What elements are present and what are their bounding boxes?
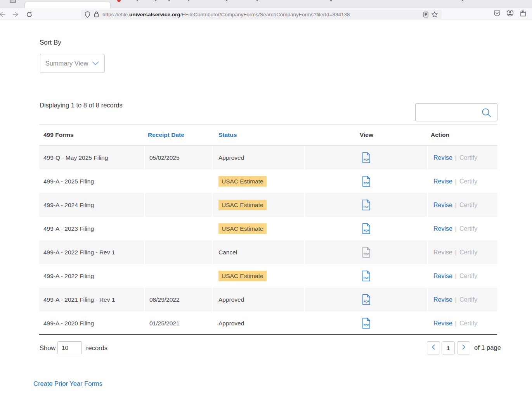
- table-search: [415, 103, 497, 121]
- certify-link[interactable]: Certify: [459, 320, 477, 327]
- status-cell: Approved: [213, 146, 305, 169]
- action-cell: Revise | Certify: [428, 264, 497, 288]
- status-value: Approved: [218, 296, 244, 304]
- certify-link[interactable]: Certify: [459, 296, 477, 303]
- pdf-icon[interactable]: PDF: [362, 318, 371, 329]
- search-icon[interactable]: [481, 107, 492, 119]
- forward-icon[interactable]: [11, 9, 21, 19]
- shield-icon[interactable]: [85, 11, 90, 18]
- svg-text:PDF: PDF: [364, 300, 369, 303]
- view-cell: PDF: [305, 240, 428, 264]
- chevron-down-icon: [92, 60, 99, 67]
- reload-icon[interactable]: [24, 9, 34, 19]
- action-separator: |: [455, 202, 457, 209]
- table-header-row: 499 Forms Receipt Date Status View Actio…: [39, 124, 497, 146]
- bookmark-star-icon[interactable]: [431, 11, 438, 17]
- pocket-icon[interactable]: [494, 10, 501, 18]
- status-cell: USAC Estimate: [213, 193, 305, 217]
- revise-link[interactable]: Revise: [433, 225, 452, 232]
- svg-text:PDF: PDF: [364, 206, 369, 208]
- column-header-status[interactable]: Status: [213, 124, 305, 145]
- form-name: 499-A - 2023 Filing: [39, 217, 145, 240]
- action-cell: Revise | Certify: [428, 240, 497, 264]
- receipt-date: [145, 264, 213, 288]
- table-bottom-border: [39, 334, 497, 335]
- sort-view-dropdown[interactable]: Summary View: [40, 54, 105, 73]
- action-separator: |: [455, 296, 457, 303]
- revise-link[interactable]: Revise: [433, 320, 452, 327]
- status-value: Approved: [218, 320, 244, 327]
- action-separator: |: [455, 154, 457, 161]
- forms-table: 499 Forms Receipt Date Status View Actio…: [39, 124, 497, 335]
- status-value: Approved: [218, 154, 244, 162]
- column-header-receipt-date[interactable]: Receipt Date: [145, 124, 213, 145]
- url-bar[interactable]: https://efile.universalservice.org/EFile…: [81, 10, 442, 19]
- next-page-button[interactable]: [457, 341, 470, 354]
- action-cell: Revise | Certify: [428, 311, 497, 335]
- page-content: Sort By Summary View Displaying 1 to 8 o…: [0, 20, 532, 401]
- create-prior-year-forms-link[interactable]: Create Prior Year Forms: [33, 380, 102, 387]
- certify-link[interactable]: Certify: [459, 202, 477, 209]
- tab-title-fragment: [462, 0, 463, 1]
- receipt-date: [145, 240, 213, 264]
- revise-link[interactable]: Revise: [433, 154, 452, 161]
- page-size-input[interactable]: [57, 341, 82, 354]
- revise-link[interactable]: Revise: [433, 296, 452, 303]
- revise-link[interactable]: Revise: [433, 202, 452, 209]
- chevron-left-icon: [431, 344, 436, 352]
- window-control-icon[interactable]: [10, 0, 16, 3]
- view-cell: PDF: [305, 311, 428, 335]
- receipt-date: 08/29/2022: [145, 288, 213, 311]
- tab-title-fragment: [137, 0, 138, 1]
- revise-link[interactable]: Revise: [433, 273, 452, 280]
- pdf-icon[interactable]: PDF: [362, 270, 371, 282]
- extensions-puzzle-icon[interactable]: [520, 10, 527, 18]
- tab-title-fragment: [256, 0, 258, 1]
- certify-link[interactable]: Certify: [459, 178, 477, 185]
- certify-link[interactable]: Certify: [459, 273, 477, 280]
- pdf-icon[interactable]: PDF: [362, 247, 371, 258]
- receipt-date: 05/02/2025: [145, 146, 213, 169]
- browser-window: https://efile.universalservice.org/EFile…: [0, 0, 532, 401]
- table-row: 499-Q - May 2025 Filing 05/02/2025 Appro…: [39, 146, 497, 169]
- pdf-icon[interactable]: PDF: [362, 294, 371, 305]
- previous-page-button[interactable]: [427, 341, 440, 354]
- certify-link[interactable]: Certify: [459, 225, 477, 232]
- svg-text:PDF: PDF: [364, 277, 369, 279]
- account-icon[interactable]: [506, 9, 514, 18]
- pdf-icon[interactable]: PDF: [362, 223, 371, 234]
- status-cell: USAC Estimate: [213, 217, 305, 240]
- tab-title-fragment: [155, 0, 156, 1]
- back-icon[interactable]: [0, 9, 7, 19]
- certify-link[interactable]: Certify: [459, 249, 477, 256]
- current-page-number: 1: [447, 345, 450, 351]
- browser-toolbar: https://efile.universalservice.org/EFile…: [0, 8, 532, 20]
- pdf-icon[interactable]: PDF: [362, 199, 371, 211]
- status-value: USAC Estimate: [218, 223, 267, 234]
- status-cell: USAC Estimate: [213, 264, 305, 288]
- revise-link[interactable]: Revise: [433, 249, 452, 256]
- action-cell: Revise | Certify: [428, 193, 497, 217]
- form-name: 499-A - 2022 Filing - Rev 1: [39, 240, 145, 264]
- search-input[interactable]: [419, 105, 481, 119]
- pdf-icon[interactable]: PDF: [362, 152, 371, 163]
- certify-link[interactable]: Certify: [459, 154, 477, 161]
- lock-icon[interactable]: [94, 11, 99, 17]
- status-cell: Cancel: [213, 240, 305, 264]
- active-tab[interactable]: [24, 1, 111, 8]
- show-label: Show: [40, 344, 55, 352]
- pdf-icon[interactable]: PDF: [362, 176, 371, 187]
- url-text: https://efile.universalservice.org/EFile…: [102, 12, 420, 17]
- action-cell: Revise | Certify: [428, 217, 497, 240]
- reader-mode-icon[interactable]: [423, 12, 428, 17]
- table-row: 499-A - 2022 Filing - Rev 1 Cancel PDF R…: [39, 240, 497, 264]
- page-count-label: of 1 page: [474, 344, 501, 351]
- revise-link[interactable]: Revise: [433, 178, 452, 185]
- status-value: USAC Estimate: [218, 271, 267, 282]
- action-separator: |: [455, 249, 457, 256]
- receipt-date: [145, 217, 213, 240]
- table-row: 499-A - 2024 Filing USAC Estimate PDF Re…: [39, 193, 497, 217]
- tab-strip: [0, 0, 532, 8]
- view-cell: PDF: [305, 217, 428, 240]
- tab-title-fragment: [168, 0, 170, 1]
